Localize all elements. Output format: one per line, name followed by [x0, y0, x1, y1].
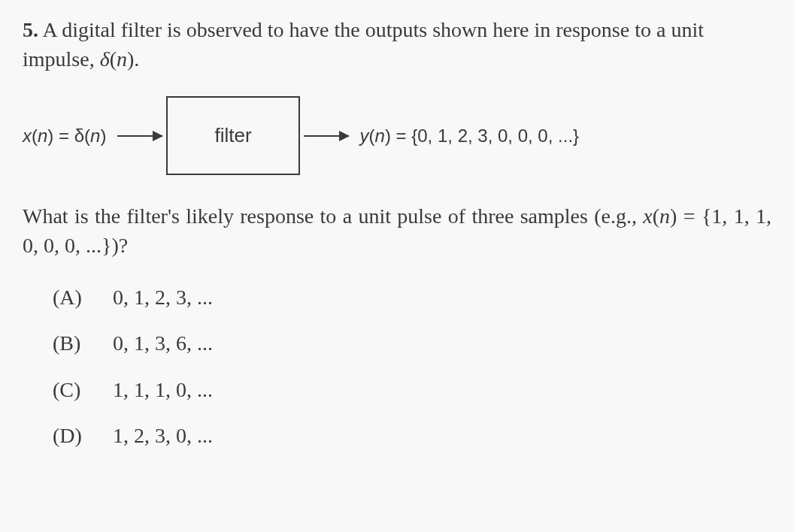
- input-label: x(n) = δ(n): [23, 123, 106, 149]
- answer-choices: (A) 0, 1, 2, 3, ... (B) 0, 1, 3, 6, ... …: [23, 283, 771, 450]
- n-var-2: n: [90, 125, 100, 146]
- arrow-left: [117, 135, 162, 137]
- n-var-1: n: [38, 125, 47, 146]
- choice-d-value: 1, 2, 3, 0, ...: [113, 421, 213, 450]
- problem-intro: 5. A digital filter is observed to have …: [23, 15, 771, 74]
- output-label: y(n) = {0, 1, 2, 3, 0, 0, 0, ...}: [360, 123, 580, 149]
- choice-b-value: 0, 1, 3, 6, ...: [113, 328, 213, 358]
- op-close: ) = {0, 1, 2, 3, 0, 0, 0, ...}: [385, 125, 579, 146]
- x-var: x: [23, 125, 32, 146]
- paren-close-period: ).: [127, 47, 139, 71]
- n-var-3: n: [375, 125, 385, 146]
- ip-open: (: [32, 125, 38, 146]
- n-var: n: [117, 47, 127, 71]
- choice-d-label: (D): [53, 421, 113, 450]
- op-open: (: [369, 125, 375, 146]
- ip-mid: ) = δ(: [47, 125, 90, 146]
- choice-a: (A) 0, 1, 2, 3, ...: [53, 283, 771, 312]
- question-text: What is the filter's likely response to …: [23, 201, 771, 260]
- delta-symbol: δ: [100, 47, 110, 71]
- filter-diagram: x(n) = δ(n) filter y(n) = {0, 1, 2, 3, 0…: [23, 96, 771, 174]
- paren-open: (: [110, 47, 117, 71]
- problem-number: 5.: [23, 18, 38, 41]
- ip-close: ): [100, 125, 106, 146]
- choice-b: (B) 0, 1, 3, 6, ...: [53, 328, 771, 358]
- choice-d: (D) 1, 2, 3, 0, ...: [53, 421, 771, 450]
- choice-c-value: 1, 1, 1, 0, ...: [113, 375, 213, 404]
- choice-c: (C) 1, 1, 1, 0, ...: [53, 375, 771, 404]
- q-x-var: x: [643, 204, 652, 228]
- arrow-right: [304, 135, 349, 137]
- q-text-1: What is the filter's likely response to …: [23, 204, 643, 228]
- y-var: y: [360, 125, 369, 146]
- choice-b-label: (B): [53, 328, 113, 358]
- choice-a-value: 0, 1, 2, 3, ...: [113, 283, 213, 312]
- filter-box: filter: [166, 96, 299, 174]
- q-paren-open: (: [653, 204, 659, 228]
- choice-c-label: (C): [53, 375, 113, 404]
- q-n-var: n: [659, 204, 670, 228]
- choice-a-label: (A): [53, 283, 113, 312]
